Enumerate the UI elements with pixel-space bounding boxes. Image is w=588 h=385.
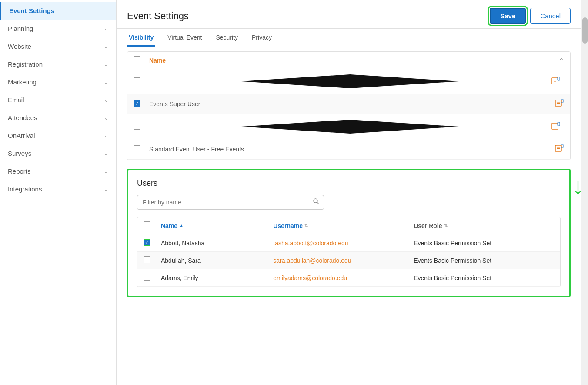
row-role: Events Basic Permission Set [414,275,554,281]
chevron-down-icon: ⌄ [104,133,108,139]
sidebar-item-reports[interactable]: Reports ⌄ [0,162,116,180]
users-table-header: Name ▲ Username ⇅ User Role ⇅ [137,217,560,234]
edit-icon [555,98,564,108]
edit-icon [555,144,564,153]
sidebar-item-label: Registration [8,60,43,68]
row-action-icon[interactable] [551,76,564,87]
search-icon-button[interactable] [313,198,320,207]
edit-icon [551,76,561,86]
tab-security[interactable]: Security [214,29,240,47]
save-button[interactable]: Save [490,8,526,24]
users-section: Users Name ▲ [127,169,571,297]
sidebar-item-planning[interactable]: Planning ⌄ [0,20,116,37]
tabs-bar: Visibility Virtual Event Security Privac… [117,29,581,47]
users-table: Name ▲ Username ⇅ User Role ⇅ [137,217,561,287]
sidebar-item-label: Marketing [8,78,37,86]
sidebar-item-label: Surveys [8,150,31,157]
row-name: Standard Event User - Free Events [149,146,555,153]
chevron-down-icon: ⌄ [104,61,108,67]
content-area: Name ⌃ [117,47,581,385]
redacted-content [149,119,551,134]
svg-rect-14 [557,148,560,149]
sidebar-item-integrations[interactable]: Integrations ⌄ [0,180,116,198]
row-checkbox[interactable] [144,256,150,263]
table-row [127,69,570,94]
row-check-col [134,145,149,154]
chevron-down-icon: ⌄ [104,168,108,174]
svg-rect-6 [557,102,560,103]
svg-rect-7 [557,103,560,104]
row-username: sara.abdullah@colorado.edu [273,257,414,264]
users-table-row: Abbott, Natasha tasha.abbott@colorado.ed… [137,234,560,252]
tab-virtual-event[interactable]: Virtual Event [166,29,204,47]
page-header: Event Settings Save Cancel [117,0,581,29]
users-name-header[interactable]: Name ▲ [161,222,273,229]
roles-select-all-checkbox[interactable] [134,56,140,63]
users-select-all-checkbox[interactable] [144,221,150,228]
roles-sort-icon[interactable]: ⌃ [559,57,564,64]
name-sort-asc-icon: ▲ [179,223,184,228]
svg-rect-2 [554,80,556,80]
filter-by-name-input[interactable] [137,195,324,210]
row-action-icon[interactable] [555,144,564,155]
users-table-row: Abdullah, Sara sara.abdullah@colorado.ed… [137,252,560,269]
filter-input-wrapper [137,195,324,210]
tab-visibility[interactable]: Visibility [127,29,155,47]
table-row [127,114,570,139]
row-checkbox[interactable] [134,77,140,84]
users-role-header[interactable]: User Role ⇅ [414,222,554,229]
row-checkbox[interactable] [144,274,150,281]
redacted-diamond-icon [241,74,459,89]
sidebar-item-website[interactable]: Website ⌄ [0,37,116,55]
sidebar-item-onarrival[interactable]: OnArrival ⌄ [0,127,116,144]
sidebar-item-label: OnArrival [8,132,35,139]
row-checkbox[interactable] [134,145,140,152]
row-checkbox[interactable] [134,123,140,130]
chevron-down-icon: ⌄ [104,186,108,192]
row-action-icon[interactable] [551,121,564,132]
cancel-button[interactable]: Cancel [530,8,571,24]
row-name: Events Super User [149,100,555,107]
users-username-header[interactable]: Username ⇅ [273,222,414,229]
scrollbar-thumb[interactable] [582,17,588,44]
table-row: Standard Event User - Free Events [127,139,570,160]
row-check-col [134,77,149,86]
sidebar-item-event-settings[interactable]: Event Settings [0,2,116,20]
sidebar-item-label: Planning [8,25,33,32]
chevron-down-icon: ⌄ [104,44,108,50]
sidebar-item-label: Integrations [8,185,42,193]
row-action-icon[interactable] [555,98,564,110]
main-content: Event Settings Save Cancel Visibility Vi… [117,0,581,385]
sidebar-item-surveys[interactable]: Surveys ⌄ [0,144,116,162]
svg-rect-10 [552,123,558,129]
row-role: Events Basic Permission Set [414,257,554,264]
tab-privacy[interactable]: Privacy [250,29,274,47]
svg-marker-9 [241,120,459,134]
row-check-col [144,256,161,264]
row-check-col [144,274,161,282]
row-check-col [144,239,161,247]
page-scrollbar[interactable] [581,0,588,385]
edit-icon [551,121,561,131]
role-sort-icon: ⇅ [444,223,448,228]
sidebar: Event Settings Planning ⌄ Website ⌄ Regi… [0,0,117,385]
row-username: emilyadams@colorado.edu [273,275,414,281]
svg-line-17 [317,202,319,204]
roles-table-header-row: Name ⌃ [127,52,570,69]
users-header-check-col [144,221,161,230]
sidebar-item-label: Event Settings [9,7,54,14]
row-check-col [134,123,149,131]
sidebar-item-attendees[interactable]: Attendees ⌄ [0,109,116,127]
table-row: Events Super User [127,94,570,114]
roles-header-check-col [134,56,149,64]
sidebar-item-marketing[interactable]: Marketing ⌄ [0,73,116,91]
row-name: Abdullah, Sara [161,257,273,264]
row-check-col [134,100,149,108]
sidebar-item-registration[interactable]: Registration ⌄ [0,55,116,73]
redacted-diamond-icon [241,119,459,134]
sidebar-item-label: Reports [8,167,31,175]
sidebar-item-email[interactable]: Email ⌄ [0,91,116,109]
row-checkbox[interactable] [134,100,140,107]
chevron-down-icon: ⌄ [104,151,108,157]
row-checkbox[interactable] [144,239,150,246]
